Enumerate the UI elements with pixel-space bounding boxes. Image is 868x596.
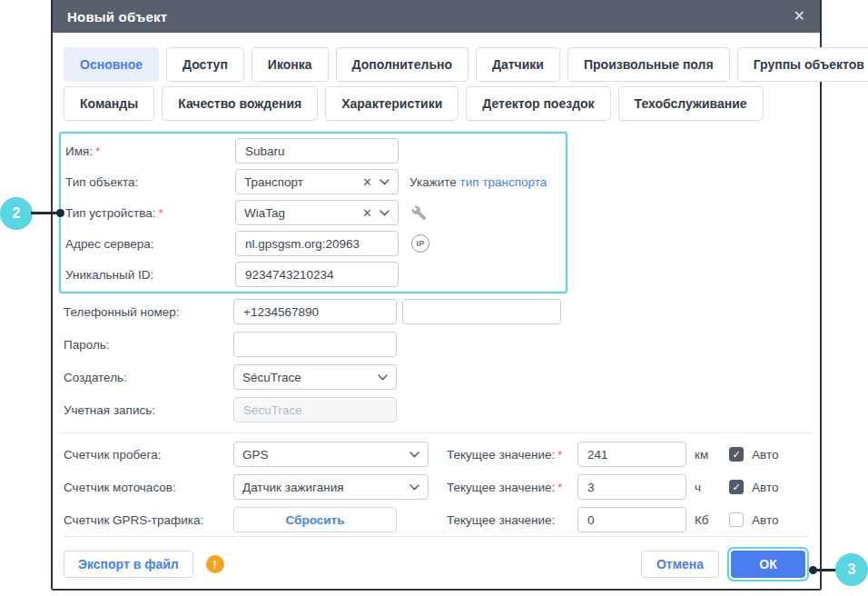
dialog-footer: Экспорт в файл ! Отмена ОК (53, 536, 820, 590)
mileage-auto-label: Авто (752, 448, 778, 462)
clear-icon[interactable]: ✕ (362, 176, 372, 188)
callout-3-badge: 3 (835, 553, 868, 586)
tab-kharakteristiki[interactable]: Характеристики (325, 86, 459, 121)
gprs-counter-row: Счетчик GPRS-трафика: Сбросить Текущее з… (59, 503, 814, 536)
wrench-icon[interactable] (411, 205, 427, 221)
engine-hours-label: Счетчик моточасов: (64, 481, 233, 494)
footer-right: Отмена ОК (641, 547, 809, 581)
tab-detektor-poezdok[interactable]: Детектор поездок (466, 86, 610, 121)
divider-counters (59, 432, 814, 433)
phone-input-2[interactable] (402, 299, 561, 324)
tab-proizvolnye-polya[interactable]: Произвольные поля (567, 47, 730, 82)
tab-gruppy-obektov[interactable]: Группы объектов (737, 47, 868, 82)
engine-hours-value-input[interactable] (577, 474, 686, 500)
password-row: Пароль: (59, 328, 814, 361)
ip-icon[interactable]: IP (411, 234, 429, 253)
export-to-file-button[interactable]: Экспорт в файл (64, 551, 193, 578)
tab-datchiki[interactable]: Датчики (476, 47, 560, 82)
tab-osnovnoe[interactable]: Основное (64, 47, 159, 82)
engine-hours-source-value: Датчик зажигания (242, 481, 409, 494)
required-star: * (95, 144, 100, 158)
tab-dopolnitelno[interactable]: Дополнительно (336, 47, 469, 82)
creator-select[interactable]: SécuTrace (233, 364, 397, 390)
server-address-label: Адрес сервера: (65, 237, 235, 251)
mileage-value-input[interactable] (577, 442, 686, 467)
tab-tekhobsluzhivanie[interactable]: Техобслуживание (618, 86, 764, 121)
callout-2-dot (56, 209, 64, 217)
device-type-label: Тип устройства:* (65, 206, 235, 220)
account-row: Учетная запись: (59, 393, 814, 426)
object-type-value: Транспорт (244, 175, 362, 189)
engine-hours-auto-checkbox[interactable]: ✓ (729, 480, 744, 494)
dialog-header: Новый объект ✕ (53, 0, 820, 33)
tab-row-1: Основное Доступ Иконка Дополнительно Дат… (64, 47, 809, 82)
mileage-source-select[interactable]: GPS (233, 442, 429, 467)
callout-2-badge: 2 (0, 197, 33, 230)
mileage-auto-checkbox[interactable]: ✓ (729, 447, 744, 462)
name-label: Имя:* (65, 144, 235, 158)
mileage-unit: км (695, 448, 720, 462)
dialog-title: Новый объект (67, 9, 167, 25)
engine-hours-auto-label: Авто (752, 481, 778, 494)
creator-label: Создатель: (64, 371, 233, 384)
phone-label: Телефонный номер: (64, 305, 233, 319)
tab-dostup[interactable]: Доступ (166, 47, 244, 82)
gprs-value-input[interactable] (577, 507, 686, 532)
chevron-down-icon (378, 374, 388, 381)
gprs-reset-button[interactable]: Сбросить (233, 507, 397, 532)
close-icon[interactable]: ✕ (794, 9, 805, 24)
creator-row: Создатель: SécuTrace (59, 361, 814, 393)
device-type-row: Тип устройства:* WiaTag ✕ (61, 197, 566, 228)
tab-kachestvo-vozhdeniya[interactable]: Качество вождения (162, 86, 318, 121)
gprs-auto-checkbox[interactable]: ✓ (729, 512, 744, 527)
creator-value: SécuTrace (242, 371, 378, 384)
gprs-current-label: Текущее значение: (447, 513, 577, 527)
ok-button[interactable]: ОК (731, 551, 805, 578)
password-input[interactable] (233, 332, 397, 357)
engine-hours-unit: ч (695, 481, 720, 494)
vehicle-type-link[interactable]: тип транспорта (460, 175, 547, 189)
unique-id-row: Уникальный ID: (61, 259, 566, 290)
tab-komandy[interactable]: Команды (64, 86, 154, 121)
object-type-row: Тип объекта: Транспорт ✕ Укажите тип тра… (61, 166, 566, 197)
chevron-down-icon (409, 452, 419, 458)
mileage-label: Счетчик пробега: (64, 448, 233, 462)
password-label: Пароль: (64, 338, 233, 352)
gprs-reset-wrap: Сбросить (233, 507, 429, 532)
phone-input[interactable] (233, 299, 397, 324)
engine-hours-source-select[interactable]: Датчик зажигания (233, 474, 429, 500)
engine-hours-counter-row: Счетчик моточасов: Датчик зажигания Теку… (59, 471, 814, 503)
highlighted-fieldset: Имя:* Тип объекта: Транспорт ✕ Укажите т… (59, 132, 567, 293)
unique-id-input[interactable] (235, 262, 399, 287)
mileage-source-value: GPS (242, 448, 409, 462)
device-type-value: WiaTag (244, 206, 362, 220)
mileage-current-label: Текущее значение:* (447, 448, 577, 462)
device-type-select[interactable]: WiaTag ✕ (235, 200, 399, 225)
name-input[interactable] (235, 138, 399, 164)
required-star: * (557, 481, 562, 494)
chevron-down-icon (409, 484, 419, 491)
mileage-counter-row: Счетчик пробега: GPS Текущее значение:* … (59, 438, 814, 471)
vehicle-type-hint: Укажите тип транспорта (409, 175, 547, 189)
required-star: * (557, 448, 562, 462)
footer-inner: Экспорт в файл ! Отмена ОК (53, 537, 820, 590)
required-star: * (159, 206, 163, 220)
phone-row: Телефонный номер: (59, 295, 814, 328)
server-address-input[interactable] (235, 231, 399, 256)
gprs-auto-label: Авто (752, 513, 778, 527)
tab-ikonka[interactable]: Иконка (252, 47, 329, 82)
engine-hours-current-label: Текущее значение:* (447, 481, 577, 494)
object-type-select[interactable]: Транспорт ✕ (235, 169, 399, 194)
object-type-label: Тип объекта: (65, 175, 235, 189)
name-row: Имя:* (61, 135, 566, 166)
tab-bar: Основное Доступ Иконка Дополнительно Дат… (53, 33, 820, 128)
callout-3-line (814, 569, 836, 571)
clear-icon[interactable]: ✕ (362, 207, 372, 219)
new-object-dialog: Новый объект ✕ Основное Доступ Иконка До… (51, 0, 822, 591)
warning-icon[interactable]: ! (206, 555, 224, 573)
cancel-button[interactable]: Отмена (641, 551, 719, 578)
chevron-down-icon (380, 210, 390, 216)
callout-2-line (31, 212, 59, 214)
tab-row-2: Команды Качество вождения Характеристики… (64, 86, 809, 121)
chevron-down-icon (380, 179, 390, 185)
